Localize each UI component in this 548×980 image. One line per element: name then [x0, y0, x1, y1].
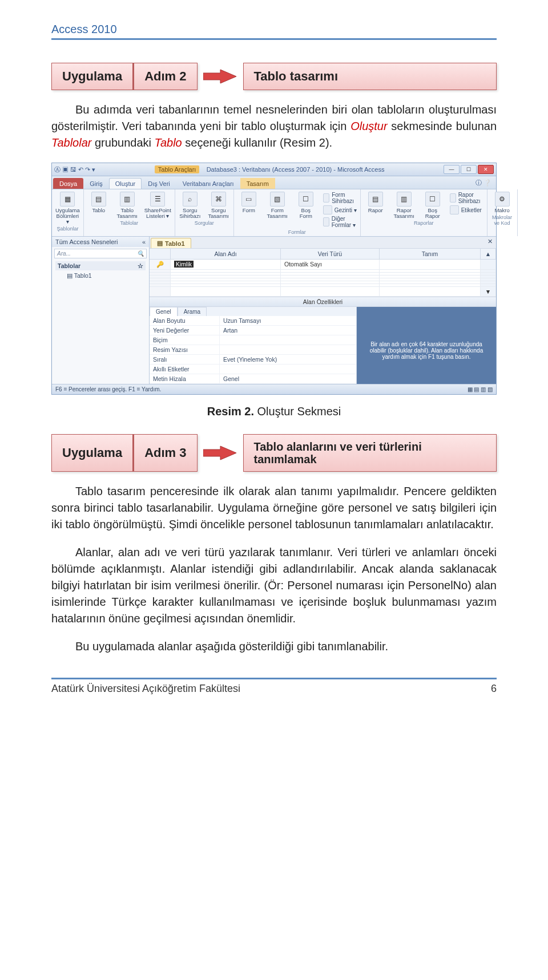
header-rule	[51, 38, 497, 40]
tab-home[interactable]: Giriş	[83, 178, 109, 189]
group-templates-caption: Şablonlar	[55, 226, 80, 232]
context-tab-group: Tablo Araçları	[155, 165, 200, 173]
access-window: Ⓐ ▣ 🖫 ↶ ↷ ▾ Tablo Araçları Database3 : V…	[51, 163, 497, 395]
group-tables-caption: Tablolar	[87, 220, 171, 226]
callout-label: Uygulama	[51, 434, 133, 472]
nav-search-input[interactable]: Ara...🔍	[54, 249, 147, 258]
help-icon[interactable]: ⓘ ❔	[471, 177, 496, 189]
close-object-icon[interactable]: ✕	[484, 237, 496, 248]
report-button[interactable]: ▤Rapor	[364, 192, 387, 219]
design-row-empty[interactable]: ▼	[150, 287, 496, 297]
group-reports: ▤Rapor ▥Rapor Tasarımı ☐Boş Rapor Rapor …	[361, 189, 487, 236]
tab-design[interactable]: Tasarım	[240, 178, 275, 189]
form-button[interactable]: ▭Form	[237, 192, 260, 228]
minimize-button[interactable]: —	[444, 165, 460, 174]
table-design-button[interactable]: ▥Tablo Tasarımı	[116, 192, 139, 219]
navigation-pane: Tüm Access Nesneleri« Ara...🔍 Tablolar☆ …	[52, 237, 150, 384]
fp-tab-general[interactable]: Genel	[150, 307, 178, 316]
para1-text-d: seçeneği kullanılır (Resim 2).	[182, 136, 332, 149]
footer-rule	[51, 678, 497, 679]
search-icon: 🔍	[137, 250, 144, 257]
field-name-value[interactable]: Kimlik	[174, 261, 194, 268]
tab-file[interactable]: Dosya	[53, 178, 83, 189]
fp-row[interactable]: Metin HizalaGenel	[150, 374, 356, 384]
para1-text-c: grubundaki	[91, 136, 154, 149]
app-parts-button[interactable]: ▦Uygulama Bölümleri ▾	[55, 192, 80, 225]
design-grid-headers: Alan Adı Veri Türü Tanım ▲	[150, 249, 496, 260]
field-hint: Bir alan adı en çok 64 karakter uzunluğu…	[357, 307, 496, 384]
scroll-down-icon[interactable]: ▼	[481, 287, 496, 296]
sharepoint-lists-button[interactable]: ☰SharePoint Listeleri ▾	[144, 192, 171, 219]
tab-external-data[interactable]: Dış Veri	[142, 178, 176, 189]
nav-item-table1[interactable]: ▤ Tablo1	[55, 270, 146, 281]
report-wizard-button[interactable]: Rapor Sihirbazı	[450, 192, 483, 204]
ribbon-tabs: Dosya Giriş Oluştur Dış Veri Veritabanı …	[52, 176, 496, 189]
tab-create[interactable]: Oluştur	[109, 178, 142, 189]
page-footer: Atatürk Üniversitesi Açıköğretim Fakülte…	[51, 683, 497, 695]
status-text: F6 = Pencereler arası geçiş. F1 = Yardım…	[55, 386, 161, 392]
maximize-button[interactable]: ☐	[461, 165, 477, 174]
primary-key-icon: 🔑	[156, 261, 164, 268]
para1-tablo: Tablo	[155, 136, 182, 149]
fp-row[interactable]: SıralıEvet (Yineleme Yok)	[150, 355, 356, 365]
field-properties-grid: Alan BoyutuUzun Tamsayı Yeni DeğerlerArt…	[150, 316, 356, 384]
col-field-name[interactable]: Alan Adı	[171, 249, 281, 259]
footer-page-number: 6	[491, 683, 497, 695]
blank-form-button[interactable]: ☐Boş Form	[295, 192, 317, 228]
fp-row[interactable]: Resim Yazısı	[150, 345, 356, 355]
object-tab-table1[interactable]: ▤Tablo1	[151, 238, 191, 248]
report-design-button[interactable]: ▥Rapor Tasarımı	[393, 192, 416, 219]
fp-row[interactable]: Yeni DeğerlerArtan	[150, 326, 356, 335]
navigation-button[interactable]: Gezinti ▾	[323, 205, 357, 214]
callout-step-3: Uygulama Adım 3 Tablo alanlarını ve veri…	[51, 434, 497, 472]
callout-target: Tablo alanlarını ve veri türlerini tanım…	[243, 434, 497, 472]
svg-marker-1	[203, 446, 236, 460]
query-wizard-button[interactable]: ⌕Sorgu Sihirbazı	[179, 192, 202, 219]
scroll-up-icon[interactable]: ▲	[481, 249, 496, 259]
nav-group-tables[interactable]: Tablolar☆	[55, 261, 146, 270]
fp-row[interactable]: Akıllı Etiketler	[150, 365, 356, 374]
col-description[interactable]: Tanım	[380, 249, 481, 259]
fp-tab-lookup[interactable]: Arama	[178, 307, 207, 316]
table-button[interactable]: ▤Tablo	[87, 192, 110, 219]
footer-left: Atatürk Üniversitesi Açıköğretim Fakülte…	[51, 683, 240, 695]
tab-database-tools[interactable]: Veritabanı Araçları	[176, 178, 240, 189]
group-queries-caption: Sorgular	[179, 220, 230, 226]
description-value[interactable]	[380, 260, 481, 269]
arrow-icon	[198, 434, 243, 472]
paragraph-1: Bu adımda veri tabanlarının temel nesnel…	[51, 102, 497, 151]
col-data-type[interactable]: Veri Türü	[281, 249, 380, 259]
close-button[interactable]: ✕	[478, 165, 494, 174]
fp-row[interactable]: Alan BoyutuUzun Tamsayı	[150, 316, 356, 326]
nav-header[interactable]: Tüm Access Nesneleri«	[52, 237, 149, 247]
group-templates: ▦Uygulama Bölümleri ▾ Şablonlar	[52, 189, 84, 236]
content-area: Tüm Access Nesneleri« Ara...🔍 Tablolar☆ …	[52, 237, 496, 384]
group-queries: ⌕Sorgu Sihirbazı ⌘Sorgu Tasarımı Sorgula…	[175, 189, 234, 236]
work-area: ▤Tablo1 ✕ Alan Adı Veri Türü Tanım ▲ 🔑 K…	[150, 237, 496, 384]
para1-olustur: Oluştur	[350, 120, 387, 132]
arrow-icon	[198, 63, 243, 90]
blank-report-button[interactable]: ☐Boş Rapor	[421, 192, 444, 219]
query-design-button[interactable]: ⌘Sorgu Tasarımı	[207, 192, 230, 219]
field-properties-header: Alan Özellikleri	[150, 297, 496, 307]
macro-button[interactable]: ⚙Makro	[491, 192, 514, 213]
fp-row[interactable]: Biçim	[150, 335, 356, 345]
callout-target: Tablo tasarımı	[243, 63, 497, 90]
more-forms-button[interactable]: Diğer Formlar ▾	[323, 216, 357, 228]
group-macros-caption: Makrolar ve Kod	[491, 214, 514, 226]
form-wizard-button[interactable]: Form Sihirbazı	[323, 192, 357, 204]
group-macros: ⚙Makro Makrolar ve Kod	[487, 189, 518, 236]
design-row-0[interactable]: 🔑 Kimlik Otomatik Sayı	[150, 260, 496, 270]
svg-marker-0	[203, 70, 236, 83]
chevron-left-icon[interactable]: «	[142, 238, 146, 245]
paragraph-4: Bu uygulamada alanlar aşağıda gösterildi…	[51, 638, 497, 655]
data-type-value[interactable]: Otomatik Sayı	[281, 260, 380, 269]
callout-step: Adım 2	[133, 63, 197, 90]
para1-tablolar: Tablolar	[51, 136, 91, 149]
group-forms-caption: Formlar	[237, 229, 357, 235]
view-switcher-icons[interactable]: ▦ ▤ ▥ ▧	[468, 386, 493, 392]
paragraph-2: Tablo tasarım penceresinde ilk olarak al…	[51, 483, 497, 533]
form-design-button[interactable]: ▧Form Tasarımı	[266, 192, 289, 228]
qat-icons[interactable]: Ⓐ ▣ 🖫 ↶ ↷ ▾	[54, 165, 95, 174]
labels-button[interactable]: Etiketler	[450, 205, 483, 214]
